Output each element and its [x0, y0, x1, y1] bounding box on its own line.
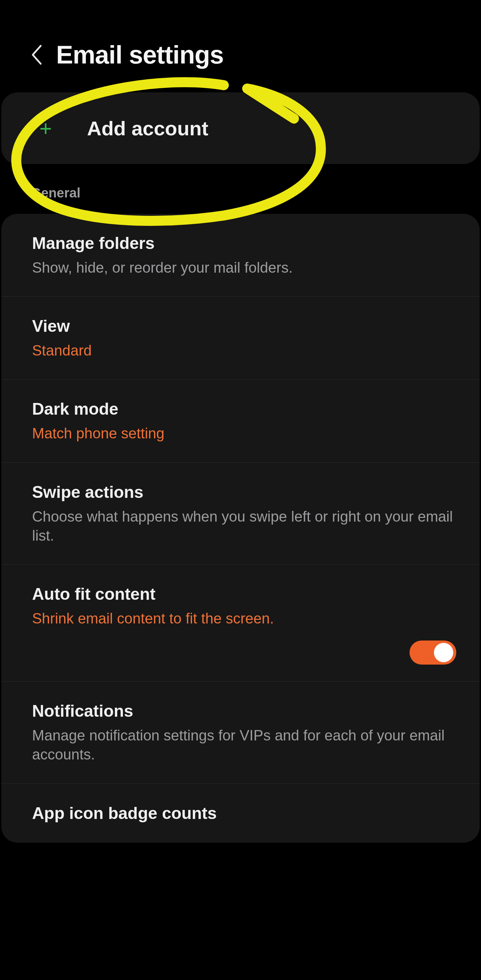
row-subtitle: Choose what happens when you swipe left …	[32, 507, 456, 545]
row-auto-fit[interactable]: Auto fit content Shrink email content to…	[2, 565, 479, 682]
add-account-label: Add account	[87, 117, 208, 140]
auto-fit-toggle[interactable]	[410, 641, 456, 665]
row-dark-mode[interactable]: Dark mode Match phone setting	[2, 380, 479, 463]
plus-icon: +	[40, 118, 52, 139]
row-title: Dark mode	[32, 399, 456, 419]
row-title: Swipe actions	[32, 482, 456, 502]
row-title: App icon badge counts	[32, 803, 456, 823]
add-account-row[interactable]: + Add account	[2, 92, 479, 164]
row-value: Match phone setting	[32, 424, 456, 443]
row-title: Auto fit content	[32, 584, 456, 604]
row-badge-counts[interactable]: App icon badge counts	[2, 784, 479, 843]
row-view[interactable]: View Standard	[2, 297, 479, 380]
row-title: View	[32, 316, 456, 336]
toggle-track	[410, 641, 456, 665]
row-swipe-actions[interactable]: Swipe actions Choose what happens when y…	[2, 463, 479, 565]
row-value: Standard	[32, 341, 456, 360]
toggle-knob	[434, 643, 453, 662]
row-subtitle: Manage notification settings for VIPs an…	[32, 726, 456, 764]
row-subtitle: Show, hide, or reorder your mail folders…	[32, 258, 456, 277]
row-title: Notifications	[32, 701, 456, 721]
section-header-general: General	[0, 164, 481, 214]
row-manage-folders[interactable]: Manage folders Show, hide, or reorder yo…	[2, 214, 479, 297]
back-icon[interactable]	[30, 45, 43, 65]
header-bar: Email settings	[0, 0, 481, 89]
row-title: Manage folders	[32, 233, 456, 253]
row-notifications[interactable]: Notifications Manage notification settin…	[2, 682, 479, 784]
row-subtitle: Shrink email content to fit the screen.	[32, 609, 456, 628]
settings-card-general: Manage folders Show, hide, or reorder yo…	[2, 214, 479, 843]
page-title: Email settings	[56, 40, 224, 69]
add-account-card: + Add account	[2, 92, 479, 164]
